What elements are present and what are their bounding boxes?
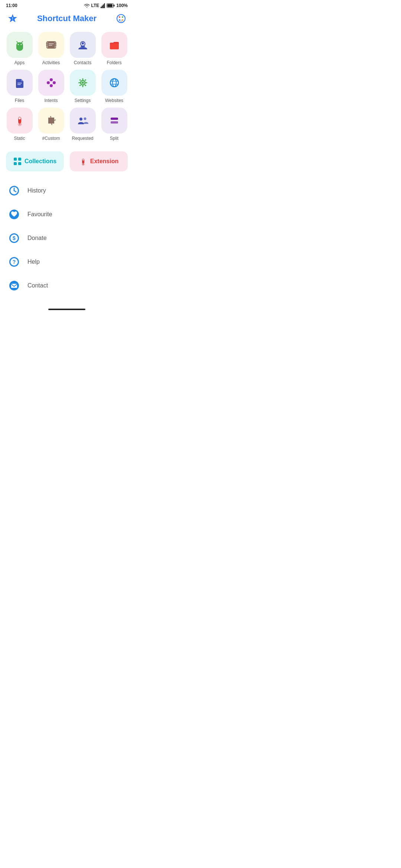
folders-icon-box (101, 32, 127, 58)
svg-point-60 (79, 118, 82, 121)
heart-icon (7, 208, 21, 221)
folder-icon (108, 38, 121, 52)
menu-item-history[interactable]: History (6, 179, 128, 203)
wifi-icon (84, 3, 90, 8)
svg-rect-27 (49, 43, 54, 44)
svg-rect-30 (46, 43, 48, 44)
svg-rect-48 (85, 82, 87, 83)
svg-rect-46 (82, 85, 83, 87)
page-title: Shortcut Maker (19, 14, 115, 23)
svg-rect-22 (16, 46, 17, 49)
files-label: Files (15, 98, 24, 103)
collections-button[interactable]: Collections (6, 151, 64, 171)
contacts-icon (76, 38, 89, 52)
extension-touch-icon (79, 157, 87, 165)
menu-item-donate[interactable]: $ Donate (6, 226, 128, 250)
svg-text:!: ! (12, 17, 13, 21)
grid-item-settings[interactable]: Settings (69, 70, 96, 103)
custom-icon-box (38, 108, 64, 134)
globe-icon (108, 76, 121, 89)
svg-rect-28 (49, 45, 52, 46)
svg-rect-64 (14, 158, 17, 161)
split-label: Split (110, 136, 118, 141)
svg-rect-67 (18, 162, 21, 165)
grid-item-requested[interactable]: Requested (69, 108, 96, 141)
action-buttons: Collections Extension (0, 144, 134, 176)
grid-item-folders[interactable]: Folders (101, 32, 128, 65)
grid-item-static[interactable]: Static (6, 108, 33, 141)
activities-label: Activities (42, 60, 60, 65)
contact-label: Contact (27, 282, 48, 289)
split-icon-box (101, 108, 127, 134)
svg-point-53 (110, 79, 118, 87)
websites-icon-box (101, 70, 127, 96)
mail-icon (7, 279, 21, 292)
intents-label: Intents (44, 98, 58, 103)
palette-icon[interactable] (115, 13, 127, 24)
svg-point-14 (120, 20, 122, 22)
status-icons: LTE 100% (84, 3, 128, 8)
grid-item-websites[interactable]: Websites (101, 70, 128, 103)
menu-item-help[interactable]: ? Help (6, 250, 128, 274)
collections-grid-icon (13, 157, 22, 165)
dollar-icon: $ (7, 231, 21, 245)
battery-label: 100% (116, 3, 128, 8)
svg-point-68 (82, 159, 84, 161)
settings-icon (76, 76, 89, 89)
grid-item-apps[interactable]: Apps (6, 32, 33, 65)
extension-button[interactable]: Extension (70, 151, 128, 171)
svg-point-59 (19, 124, 20, 125)
home-bar (48, 309, 85, 310)
svg-rect-66 (14, 162, 17, 165)
android-icon (13, 38, 26, 52)
favourite-label: Favourite (27, 211, 52, 218)
static-icon-box (7, 108, 33, 134)
status-bar: 11:00 LTE 100% (0, 0, 134, 10)
palette-svg (116, 13, 126, 24)
svg-rect-49 (79, 79, 81, 81)
grid-item-files[interactable]: Files (6, 70, 33, 103)
battery-icon (107, 3, 115, 8)
svg-text:?: ? (13, 259, 16, 265)
svg-point-36 (82, 42, 84, 45)
signal-icon (101, 3, 105, 8)
home-indicator (0, 305, 134, 312)
contacts-label: Contacts (74, 60, 91, 65)
svg-rect-37 (17, 83, 22, 83)
activities-icon (45, 38, 58, 52)
menu-item-contact[interactable]: Contact (6, 274, 128, 297)
alert-badge-icon[interactable]: ! (7, 13, 19, 24)
svg-point-57 (19, 117, 21, 119)
badge-icon: ! (7, 13, 18, 24)
svg-rect-2 (103, 4, 104, 8)
contacts-icon-box (70, 32, 96, 58)
files-icon-box (7, 70, 33, 96)
grid-item-activities[interactable]: Activities (38, 32, 65, 65)
activities-icon-box (38, 32, 64, 58)
collections-label: Collections (25, 158, 56, 165)
clock-icon (7, 184, 21, 197)
group-icon (76, 114, 89, 127)
svg-rect-1 (102, 6, 103, 8)
svg-rect-50 (84, 79, 86, 81)
requested-icon-box (70, 108, 96, 134)
puzzle-icon (45, 114, 58, 127)
grid-item-custom[interactable]: #Custom (38, 108, 65, 141)
menu-list: History Favourite $ Donate ? (0, 176, 134, 305)
svg-text:$: $ (13, 235, 16, 241)
lte-label: LTE (91, 3, 100, 8)
grid-item-contacts[interactable]: Contacts (69, 32, 96, 65)
grid-item-split[interactable]: Split (101, 108, 128, 141)
svg-rect-45 (82, 78, 83, 80)
settings-label: Settings (75, 98, 91, 103)
grid-item-intents[interactable]: Intents (38, 70, 65, 103)
websites-label: Websites (105, 98, 123, 103)
svg-rect-65 (18, 158, 21, 161)
folders-label: Folders (107, 60, 121, 65)
menu-item-favourite[interactable]: Favourite (6, 203, 128, 226)
custom-label: #Custom (42, 136, 60, 141)
apps-label: Apps (14, 60, 25, 65)
apps-icon-box (7, 32, 33, 58)
svg-rect-33 (55, 45, 56, 46)
svg-rect-52 (84, 85, 86, 86)
